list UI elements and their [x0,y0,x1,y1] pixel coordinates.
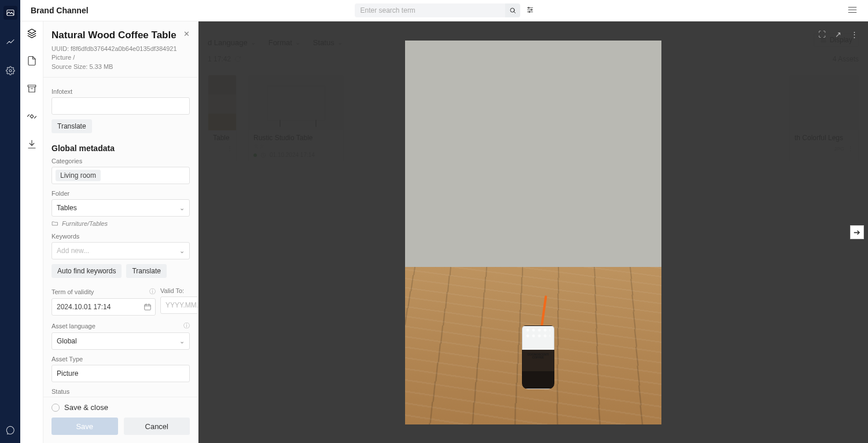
tool-download-icon[interactable] [25,137,39,151]
preview-overlay: ⛶ ↗ ⋮ COGNOSCENTI COFFEE ➔ [198,21,868,443]
assetlang-label: Asset languageⓘ [52,321,190,330]
panel-scroll[interactable]: Infotext Translate Global metadata Categ… [43,78,198,397]
more-icon[interactable]: ⋮ [848,28,860,40]
auto-find-keywords-button[interactable]: Auto find keywords [52,264,122,278]
advanced-search-icon[interactable] [526,6,534,16]
tool-archive-icon[interactable] [25,82,39,96]
search-wrap [355,3,534,17]
validity-input[interactable] [52,298,156,316]
svg-point-4 [531,9,532,10]
folder-icon [52,220,58,227]
assettype-input[interactable] [52,365,190,382]
asset-preview[interactable]: COGNOSCENTI COFFEE [405,41,661,424]
validto-input[interactable] [160,296,198,314]
info-icon[interactable]: ⓘ [149,287,156,296]
status-label: Status [52,388,190,395]
rail-analytics-icon[interactable] [3,35,17,49]
save-and-close-toggle[interactable]: Save & close [52,403,190,412]
assettype-label: Asset Type [52,356,190,363]
rail-help-icon[interactable] [3,423,17,437]
translate-keywords-button[interactable]: Translate [126,264,167,278]
next-asset-button[interactable]: ➔ [850,225,864,239]
top-bar: Brand Channel [20,0,868,21]
keywords-label: Keywords [52,233,190,240]
app-title: Brand Channel [31,6,89,15]
tool-rail [20,21,43,443]
metadata-panel: Natural Wood Coffee Table UUID: f8f6dfdb… [43,21,198,443]
keywords-placeholder: Add new... [57,247,89,255]
infotext-label: Infotext [52,88,190,95]
folder-label: Folder [52,190,190,197]
categories-label: Categories [52,158,190,164]
chevron-down-icon: ⌄ [179,338,185,345]
rail-images-icon[interactable] [3,6,17,20]
share-icon[interactable]: ↗ [832,28,844,40]
panel-footer: Save & close Save Cancel [43,397,198,443]
validity-label: Term of validityⓘ [52,287,156,296]
search-input[interactable] [355,3,505,17]
tool-layers-icon[interactable] [25,26,39,40]
tool-document-icon[interactable] [25,54,39,68]
overlay-toolbar: ⛶ ↗ ⋮ [816,28,860,40]
asset-uuid: UUID: f8f6dfdb376442a0b64e0135df384921 [52,45,190,53]
glass-label: COGNOSCENTI COFFEE [527,353,549,366]
asset-size: Source Size: 5.33 MB [52,63,190,71]
chevron-down-icon: ⌄ [179,204,185,212]
category-chip[interactable]: Living room [56,170,101,181]
radio-icon [52,404,60,412]
categories-input[interactable]: Living room [52,167,190,184]
asset-title: Natural Wood Coffee Table [52,30,190,41]
folder-select[interactable]: Tables ⌄ [52,199,190,217]
folder-path: Furniture/Tables [62,220,108,227]
fullscreen-icon[interactable]: ⛶ [816,28,827,40]
save-button[interactable]: Save [52,418,118,435]
folder-path-row: Furniture/Tables [52,220,190,227]
svg-rect-7 [145,305,151,310]
assetlang-select[interactable]: Global ⌄ [52,332,190,350]
tool-link-icon[interactable] [25,109,39,123]
keywords-input[interactable]: Add new... ⌄ [52,242,190,259]
global-metadata-heading: Global metadata [52,144,190,153]
infotext-input[interactable] [52,97,190,115]
menu-icon[interactable] [847,5,858,17]
translate-button[interactable]: Translate [52,119,92,133]
asset-type: Picture / [52,53,190,62]
search-button[interactable] [505,3,520,17]
folder-value: Tables [57,204,77,212]
panel-header: Natural Wood Coffee Table UUID: f8f6dfdb… [43,21,198,78]
svg-point-5 [528,11,529,12]
rail-settings-icon[interactable] [3,64,17,78]
search-icon [509,7,516,14]
info-icon[interactable]: ⓘ [183,321,190,330]
svg-point-3 [528,7,529,8]
assetlang-value: Global [57,337,77,345]
calendar-icon [144,303,152,311]
chevron-down-icon: ⌄ [179,247,185,255]
svg-point-1 [9,69,12,72]
svg-rect-6 [28,85,36,87]
cancel-button[interactable]: Cancel [124,418,190,435]
app-rail [0,0,20,443]
validto-label: Valid To: [160,287,198,294]
close-panel-button[interactable]: ✕ [183,30,190,38]
